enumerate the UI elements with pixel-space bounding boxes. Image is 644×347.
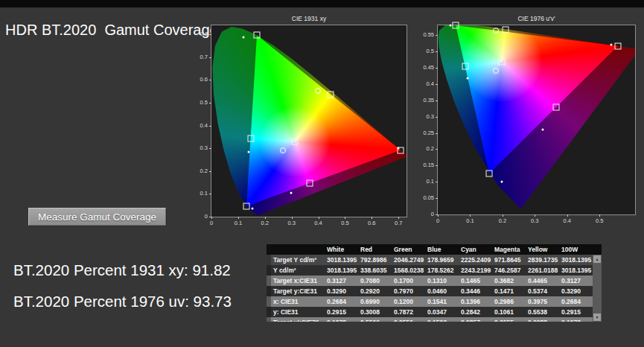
measured-marker-white [493, 68, 499, 74]
y-axis-tick-label: 0.55 [423, 32, 434, 38]
y-axis-tick [436, 182, 438, 182]
measured-marker-magenta [290, 191, 293, 194]
y-axis-tick [209, 126, 211, 127]
y-axis-tick-label: 0.5 [200, 100, 208, 106]
x-axis-tick-label: 0.4 [564, 218, 571, 224]
y-axis-tick [209, 194, 211, 194]
bt2020-percent-1931-result: BT.2020 Percent 1931 xy: 91.82 [13, 261, 231, 279]
column-header-Blue: Blue [427, 244, 461, 255]
x-axis-tick [470, 214, 471, 217]
y-axis-tick-label: 0.8 [200, 31, 208, 37]
bt2020-percent-1976-label: BT.2020 Percent 1976 uv: [13, 293, 194, 310]
column-header-Magenta: Magenta [494, 244, 528, 255]
scroll-down-arrow-icon[interactable]: ▼ [593, 313, 601, 321]
table-scrollbar[interactable]: ▲▼ [593, 255, 602, 322]
x-axis-tick [535, 214, 535, 217]
table-cell: 0.4465 [528, 276, 561, 286]
bt2020-percent-1931-value: 91.82 [192, 261, 230, 278]
y-axis-tick [209, 217, 211, 217]
table-cell: 0.3290 [327, 286, 360, 296]
table-cell: 2225.2409 [461, 255, 494, 265]
x-axis-tick-label: 0.4 [314, 220, 322, 226]
table-cell: 0.2915 [561, 307, 595, 317]
x-axis-tick [372, 217, 372, 219]
table-cell: 0.3008 [360, 307, 394, 317]
measured-marker-magenta [542, 129, 544, 131]
measured-marker-blue [501, 180, 503, 182]
table-row[interactable]: Target x:CIE310.31270.70800.17000.13100.… [267, 276, 602, 286]
bt2020-percent-1976-value: 93.73 [194, 293, 232, 310]
x-axis-tick [503, 214, 503, 217]
y-axis-tick [436, 214, 438, 215]
measured-marker-blue [252, 208, 254, 210]
table-cell: 0.1310 [427, 276, 461, 286]
table-cell: 0.1541 [427, 296, 461, 307]
measured-marker-red [610, 44, 613, 46]
measure-gamut-coverage-button[interactable]: Measure Gamut Coverage [28, 208, 166, 226]
y-axis-tick-label: 0.45 [423, 65, 434, 71]
target-marker-cyan [462, 63, 469, 70]
table-cell: 0.1471 [494, 286, 528, 296]
measured-marker-yellow [493, 28, 499, 34]
table-cell: 0.3655 [494, 317, 528, 322]
y-axis-tick-label: 0 [205, 214, 208, 220]
y-axis-tick [436, 149, 438, 150]
table-cell: 0.5566 [360, 317, 394, 322]
table-row[interactable]: y: CIE310.29150.30080.78720.03470.28420.… [267, 307, 602, 317]
table-row[interactable]: x: CIE310.26840.69900.12000.15410.13960.… [267, 296, 602, 307]
y-axis-tick-label: 0.3 [200, 145, 208, 151]
x-axis-tick-label: 0.5 [341, 220, 348, 226]
table-cell: 0.1978 [327, 317, 360, 322]
table-cell: 0.5538 [528, 307, 561, 317]
y-axis-tick [436, 133, 438, 134]
measurement-table[interactable]: WhiteRedGreenBlueCyanMagentaYellow100WTa… [267, 244, 602, 322]
table-row[interactable]: Y cd/m²3018.1395338.60351568.0238178.526… [267, 265, 602, 276]
table-cell: 3018.1395 [327, 265, 360, 276]
table-row[interactable]: Target Y cd/m²3018.1395792.89862046.2749… [267, 255, 602, 265]
table-cell: 0.2088 [528, 317, 561, 322]
table-cell: 0.2915 [327, 307, 360, 317]
x-axis-tick [567, 214, 568, 217]
y-axis-tick [436, 101, 438, 101]
table-row[interactable]: Target y:CIE310.32900.29200.79700.04600.… [267, 286, 602, 296]
y-axis-tick-label: 0.4 [200, 123, 208, 129]
y-axis-tick-label: 0.2 [427, 147, 434, 153]
y-axis-tick [436, 117, 438, 118]
x-axis-tick [238, 217, 239, 219]
table-cell: 0.0460 [427, 286, 461, 296]
column-header-100W: 100W [561, 244, 595, 255]
measured-marker-cyan [248, 151, 250, 153]
x-axis-tick-label: 0.2 [499, 218, 506, 224]
table-cell: 0.3446 [461, 286, 494, 296]
table-cell: 0.1396 [461, 296, 494, 307]
y-axis-tick-label: 0.3 [427, 114, 434, 120]
target-marker-red [614, 42, 621, 49]
scroll-up-arrow-icon[interactable]: ▲ [593, 255, 601, 263]
column-header-Red: Red [360, 244, 394, 255]
y-axis-tick [436, 68, 438, 69]
y-axis-tick-label: 0.4 [427, 81, 434, 87]
y-axis-tick-label: 0.1 [200, 191, 208, 197]
y-axis-tick-label: 0.25 [423, 130, 434, 136]
y-axis-tick-label: 0.5 [427, 48, 434, 54]
x-axis-tick [438, 214, 439, 217]
y-axis-tick-label: 0.6 [200, 77, 208, 83]
table-cell: 0.0857 [461, 317, 494, 322]
x-axis-tick-label: 0.1 [466, 218, 474, 224]
cie-1931-xy-chart: CIE 1931 xy 00.10.20.30.40.50.60.700.10.… [211, 25, 407, 217]
table-cell: 746.2587 [494, 265, 528, 276]
x-axis-tick [292, 217, 293, 219]
x-axis-tick [265, 217, 266, 219]
row-label: Target u':CIE76 [271, 317, 327, 322]
target-marker-white [292, 139, 299, 145]
cie-1931-chart-title: CIE 1931 xy [211, 15, 407, 22]
page-title: HDR BT.2020 Gamut Coverage [5, 22, 218, 39]
table-cell: 971.8645 [494, 255, 528, 265]
row-label: Target y:CIE31 [271, 286, 327, 296]
table-cell: 0.5374 [528, 286, 561, 296]
x-axis-tick-label: 0.3 [287, 220, 295, 226]
table-cell: 0.7080 [360, 276, 394, 286]
table-row[interactable]: Target u':CIE760.19780.55660.05560.15930… [267, 317, 602, 322]
table-cell: 3018.1395 [561, 265, 595, 276]
table-cell: 0.1200 [394, 296, 427, 307]
